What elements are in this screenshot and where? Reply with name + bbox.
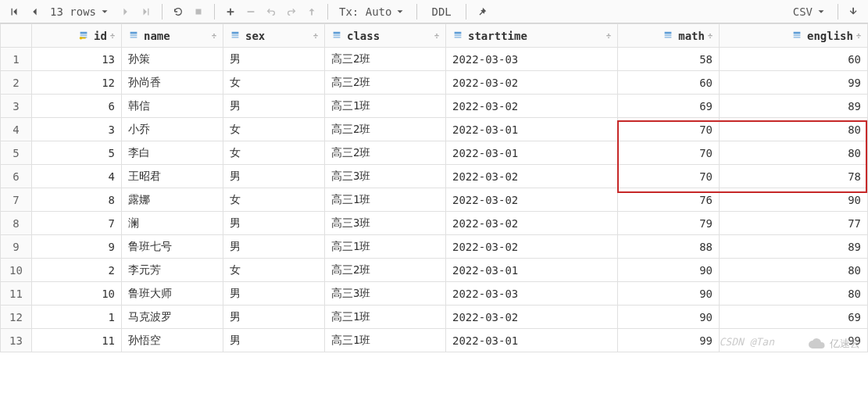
table-row[interactable]: 87澜男高三3班2022-03-027977 [1, 212, 868, 235]
cell-english[interactable]: 89 [720, 235, 868, 259]
sort-icon[interactable]: ÷ [434, 31, 439, 40]
row-number[interactable]: 2 [1, 71, 32, 95]
sort-icon[interactable]: ÷ [313, 31, 318, 40]
table-row[interactable]: 64王昭君男高三3班2022-03-027078 [1, 165, 868, 188]
cell-english[interactable]: 80 [720, 118, 868, 141]
cell-sex[interactable]: 男 [223, 282, 325, 306]
column-header-id[interactable]: id÷ [32, 24, 122, 48]
cell-starttime[interactable]: 2022-03-01 [446, 329, 618, 352]
row-number[interactable]: 8 [1, 212, 32, 235]
cell-class[interactable]: 高三3班 [325, 165, 446, 188]
pin-button[interactable] [473, 2, 491, 21]
row-number[interactable]: 13 [1, 329, 32, 352]
cell-id[interactable]: 3 [32, 118, 122, 141]
cell-sex[interactable]: 女 [223, 188, 325, 212]
cell-math[interactable]: 88 [618, 235, 720, 259]
cell-id[interactable]: 11 [32, 329, 122, 352]
cell-starttime[interactable]: 2022-03-01 [446, 141, 618, 165]
cell-class[interactable]: 高三3班 [325, 282, 446, 306]
cell-id[interactable]: 6 [32, 95, 122, 118]
redo-button[interactable] [282, 2, 301, 21]
column-header-name[interactable]: name÷ [122, 24, 223, 48]
table-row[interactable]: 43小乔女高三2班2022-03-017080 [1, 118, 868, 141]
cell-sex[interactable]: 男 [223, 48, 325, 71]
cell-name[interactable]: 鲁班七号 [122, 235, 223, 259]
cell-math[interactable]: 69 [618, 95, 720, 118]
cell-math[interactable]: 70 [618, 165, 720, 188]
cell-starttime[interactable]: 2022-03-03 [446, 282, 618, 306]
cell-math[interactable]: 60 [618, 71, 720, 95]
cell-math[interactable]: 58 [618, 48, 720, 71]
cell-id[interactable]: 7 [32, 212, 122, 235]
cell-name[interactable]: 小乔 [122, 118, 223, 141]
cell-class[interactable]: 高三3班 [325, 212, 446, 235]
table-row[interactable]: 99鲁班七号男高三1班2022-03-028889 [1, 235, 868, 259]
cell-english[interactable]: 99 [720, 329, 868, 352]
cell-name[interactable]: 王昭君 [122, 165, 223, 188]
cell-name[interactable]: 鲁班大师 [122, 282, 223, 306]
column-header-sex[interactable]: sex÷ [223, 24, 325, 48]
cell-starttime[interactable]: 2022-03-03 [446, 48, 618, 71]
table-row[interactable]: 36韩信男高三1班2022-03-026989 [1, 95, 868, 118]
table-row[interactable]: 55李白女高三2班2022-03-017080 [1, 141, 868, 165]
cell-class[interactable]: 高三1班 [325, 188, 446, 212]
cell-id[interactable]: 12 [32, 71, 122, 95]
row-number[interactable]: 11 [1, 282, 32, 306]
row-number[interactable]: 7 [1, 188, 32, 212]
cell-math[interactable]: 90 [618, 259, 720, 282]
row-number[interactable]: 6 [1, 165, 32, 188]
cell-english[interactable]: 77 [720, 212, 868, 235]
column-header-english[interactable]: english÷ [720, 24, 868, 48]
table-row[interactable]: 1110鲁班大师男高三3班2022-03-039080 [1, 282, 868, 306]
cell-id[interactable]: 10 [32, 282, 122, 306]
cell-sex[interactable]: 男 [223, 306, 325, 329]
cell-english[interactable]: 90 [720, 188, 868, 212]
cell-name[interactable]: 李白 [122, 141, 223, 165]
sort-icon[interactable]: ÷ [708, 31, 713, 40]
cell-class[interactable]: 高三1班 [325, 95, 446, 118]
sort-icon[interactable]: ÷ [856, 31, 861, 40]
table-row[interactable]: 102李元芳女高三2班2022-03-019080 [1, 259, 868, 282]
last-page-button[interactable] [137, 2, 155, 21]
cell-name[interactable]: 孙尚香 [122, 71, 223, 95]
cell-starttime[interactable]: 2022-03-02 [446, 165, 618, 188]
cell-english[interactable]: 60 [720, 48, 868, 71]
cell-class[interactable]: 高三2班 [325, 118, 446, 141]
download-button[interactable] [845, 2, 863, 21]
cell-math[interactable]: 79 [618, 212, 720, 235]
cell-english[interactable]: 80 [720, 141, 868, 165]
cell-name[interactable]: 李元芳 [122, 259, 223, 282]
cell-class[interactable]: 高三2班 [325, 141, 446, 165]
stop-button[interactable] [189, 2, 208, 21]
row-number[interactable]: 3 [1, 95, 32, 118]
cell-starttime[interactable]: 2022-03-01 [446, 118, 618, 141]
table-row[interactable]: 113孙策男高三2班2022-03-035860 [1, 48, 868, 71]
cell-english[interactable]: 69 [720, 306, 868, 329]
cell-name[interactable]: 孙策 [122, 48, 223, 71]
cell-sex[interactable]: 女 [223, 118, 325, 141]
cell-starttime[interactable]: 2022-03-02 [446, 235, 618, 259]
delete-row-button[interactable] [241, 2, 260, 21]
add-row-button[interactable] [221, 2, 240, 21]
row-number[interactable]: 12 [1, 306, 32, 329]
cell-starttime[interactable]: 2022-03-02 [446, 71, 618, 95]
undo-button[interactable] [262, 2, 280, 21]
cell-name[interactable]: 孙悟空 [122, 329, 223, 352]
ddl-button[interactable]: DDL [423, 5, 459, 18]
table-row[interactable]: 212孙尚香女高三2班2022-03-026099 [1, 71, 868, 95]
cell-math[interactable]: 70 [618, 118, 720, 141]
row-number[interactable]: 4 [1, 118, 32, 141]
cell-math[interactable]: 76 [618, 188, 720, 212]
cell-id[interactable]: 8 [32, 188, 122, 212]
cell-math[interactable]: 90 [618, 306, 720, 329]
export-format-dropdown[interactable]: CSV [788, 5, 831, 18]
cell-math[interactable]: 99 [618, 329, 720, 352]
row-number[interactable]: 10 [1, 259, 32, 282]
table-row[interactable]: 78露娜女高三1班2022-03-027690 [1, 188, 868, 212]
cell-class[interactable]: 高三2班 [325, 71, 446, 95]
cell-name[interactable]: 露娜 [122, 188, 223, 212]
row-number[interactable]: 9 [1, 235, 32, 259]
cell-class[interactable]: 高三1班 [325, 329, 446, 352]
next-page-button[interactable] [116, 2, 135, 21]
cell-sex[interactable]: 女 [223, 71, 325, 95]
